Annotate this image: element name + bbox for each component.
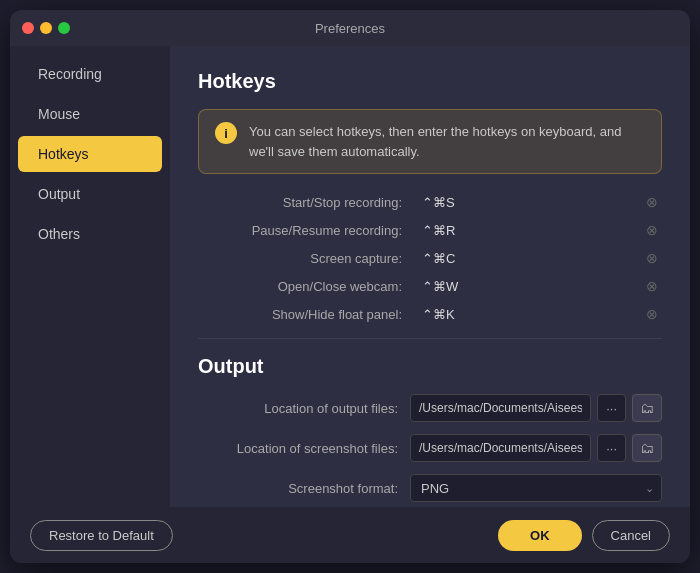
hotkey-value-open-close-webcam: ⌃⌘W [402,279,646,294]
output-location-dots-button[interactable]: ··· [597,394,626,422]
clear-icon-screen-capture[interactable]: ⊗ [646,250,658,266]
divider [198,338,662,339]
sidebar-item-hotkeys[interactable]: Hotkeys [18,136,162,172]
field-label-output-location: Location of output files: [198,401,398,416]
hotkey-row-start-stop: Start/Stop recording: ⌃⌘S ⊗ [198,194,662,210]
hotkey-label-pause-resume: Pause/Resume recording: [202,223,402,238]
output-location-folder-button[interactable]: 🗂 [632,394,662,422]
hotkey-value-show-hide-panel: ⌃⌘K [402,307,646,322]
info-icon: i [215,122,237,144]
sidebar-item-output[interactable]: Output [18,176,162,212]
sidebar-item-recording[interactable]: Recording [18,56,162,92]
close-button[interactable] [22,22,34,34]
screenshot-format-wrapper: PNG JPG BMP ⌄ [410,474,662,502]
screenshot-format-select[interactable]: PNG JPG BMP [410,474,662,502]
titlebar: Preferences [10,10,690,46]
bottom-bar: Restore to Default OK Cancel [10,507,690,563]
minimize-button[interactable] [40,22,52,34]
field-value-screenshot-location: ··· 🗂 [398,434,662,462]
hotkey-label-open-close-webcam: Open/Close webcam: [202,279,402,294]
content-area: Hotkeys i You can select hotkeys, then e… [170,46,690,507]
clear-icon-show-hide-panel[interactable]: ⊗ [646,306,658,322]
hotkey-label-show-hide-panel: Show/Hide float panel: [202,307,402,322]
cancel-button[interactable]: Cancel [592,520,670,551]
hotkey-value-pause-resume: ⌃⌘R [402,223,646,238]
main-content: Recording Mouse Hotkeys Output Others Ho… [10,46,690,507]
dialog-buttons: OK Cancel [498,520,670,551]
preferences-window: Preferences Recording Mouse Hotkeys Outp… [10,10,690,563]
hotkey-label-screen-capture: Screen capture: [202,251,402,266]
hotkey-row-show-hide-panel: Show/Hide float panel: ⌃⌘K ⊗ [198,306,662,322]
hotkey-value-screen-capture: ⌃⌘C [402,251,646,266]
screenshot-location-input[interactable] [410,434,591,462]
field-label-screenshot-location: Location of screenshot files: [198,441,398,456]
clear-icon-start-stop[interactable]: ⊗ [646,194,658,210]
hotkey-row-screen-capture: Screen capture: ⌃⌘C ⊗ [198,250,662,266]
hotkeys-section-title: Hotkeys [198,70,662,93]
output-section-title: Output [198,355,662,378]
hotkey-label-start-stop: Start/Stop recording: [202,195,402,210]
hotkey-row-open-close-webcam: Open/Close webcam: ⌃⌘W ⊗ [198,278,662,294]
traffic-lights [22,22,70,34]
output-location-input[interactable] [410,394,591,422]
field-value-screenshot-format: PNG JPG BMP ⌄ [398,474,662,502]
info-text: You can select hotkeys, then enter the h… [249,122,645,161]
field-value-output-location: ··· 🗂 [398,394,662,422]
window-title: Preferences [315,21,385,36]
restore-default-button[interactable]: Restore to Default [30,520,173,551]
field-row-screenshot-format: Screenshot format: PNG JPG BMP ⌄ [198,474,662,502]
clear-icon-pause-resume[interactable]: ⊗ [646,222,658,238]
sidebar: Recording Mouse Hotkeys Output Others [10,46,170,507]
clear-icon-open-close-webcam[interactable]: ⊗ [646,278,658,294]
field-row-output-location: Location of output files: ··· 🗂 [198,394,662,422]
hotkey-row-pause-resume: Pause/Resume recording: ⌃⌘R ⊗ [198,222,662,238]
hotkeys-info-box: i You can select hotkeys, then enter the… [198,109,662,174]
screenshot-location-dots-button[interactable]: ··· [597,434,626,462]
hotkey-value-start-stop: ⌃⌘S [402,195,646,210]
maximize-button[interactable] [58,22,70,34]
field-label-screenshot-format: Screenshot format: [198,481,398,496]
sidebar-item-others[interactable]: Others [18,216,162,252]
sidebar-item-mouse[interactable]: Mouse [18,96,162,132]
screenshot-location-folder-button[interactable]: 🗂 [632,434,662,462]
ok-button[interactable]: OK [498,520,582,551]
field-row-screenshot-location: Location of screenshot files: ··· 🗂 [198,434,662,462]
